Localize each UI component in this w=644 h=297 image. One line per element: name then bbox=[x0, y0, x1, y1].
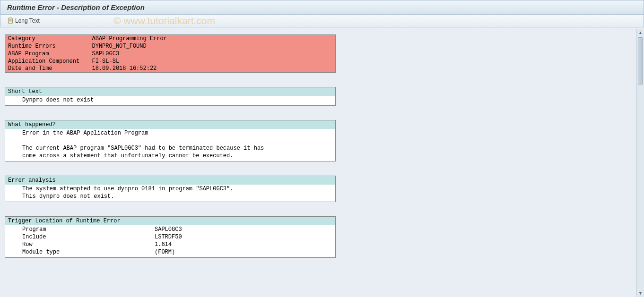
what-happened-header: What happened? bbox=[5, 120, 335, 129]
trigger-label: Include bbox=[22, 234, 155, 241]
section-line: This dynpro does not exist. bbox=[5, 193, 335, 201]
content-area: CategoryABAP Programming ErrorRuntime Er… bbox=[0, 29, 636, 297]
header-value: 18.09.2018 16:52:22 bbox=[89, 65, 336, 73]
table-row: CategoryABAP Programming Error bbox=[5, 35, 336, 42]
header-value: DYNPRO_NOT_FOUND bbox=[89, 42, 336, 50]
section-line: IncludeLSTRDF50 bbox=[5, 234, 335, 241]
error-analysis-header: Error analysis bbox=[5, 176, 335, 185]
header-label: Application Component bbox=[5, 58, 89, 65]
section-line bbox=[5, 137, 335, 145]
trigger-value: LSTRDF50 bbox=[155, 234, 332, 241]
header-value: FI-SL-SL bbox=[89, 58, 336, 65]
error-analysis-body: The system attempted to use dynpro 0181 … bbox=[5, 185, 335, 202]
header-label: Category bbox=[5, 35, 89, 42]
short-text-section: Short text Dynpro does not exist bbox=[5, 87, 336, 106]
scroll-icon bbox=[7, 17, 14, 24]
error-header-table: CategoryABAP Programming ErrorRuntime Er… bbox=[5, 34, 336, 73]
short-text-body: Dynpro does not exist bbox=[5, 96, 335, 105]
section-line: The current ABAP program "SAPL0GC3" had … bbox=[5, 145, 335, 153]
trigger-value: SAPL0GC3 bbox=[155, 226, 332, 234]
header-value: ABAP Programming Error bbox=[89, 35, 336, 42]
header-label: Runtime Errors bbox=[5, 42, 89, 50]
section-line: ProgramSAPL0GC3 bbox=[5, 226, 335, 234]
toolbar: Long Text bbox=[0, 15, 644, 27]
section-line: Row1.614 bbox=[5, 241, 335, 249]
section-line: The system attempted to use dynpro 0181 … bbox=[5, 186, 335, 193]
what-happened-body: Error in the ABAP Application ProgramThe… bbox=[5, 129, 335, 161]
trigger-label: Module type bbox=[22, 249, 155, 256]
page-title: Runtime Error - Description of Exception bbox=[7, 3, 145, 11]
trigger-value: 1.614 bbox=[155, 241, 332, 249]
header-label: ABAP Program bbox=[5, 50, 89, 58]
trigger-label: Row bbox=[22, 241, 155, 249]
what-happened-section: What happened? Error in the ABAP Applica… bbox=[5, 120, 336, 161]
header-label: Date and Time bbox=[5, 65, 89, 73]
vertical-scrollbar[interactable]: ▲ ▼ bbox=[636, 29, 644, 297]
section-line: come across a statement that unfortunate… bbox=[5, 153, 335, 160]
header-value: SAPL0GC3 bbox=[89, 50, 336, 58]
table-row: ABAP ProgramSAPL0GC3 bbox=[5, 50, 336, 58]
content-wrapper: CategoryABAP Programming ErrorRuntime Er… bbox=[0, 29, 644, 297]
scroll-down-arrow-icon[interactable]: ▼ bbox=[637, 289, 644, 297]
trigger-value: (FORM) bbox=[155, 249, 332, 256]
table-row: Application ComponentFI-SL-SL bbox=[5, 58, 336, 65]
trigger-location-section: Trigger Location of Runtime Error Progra… bbox=[5, 216, 336, 258]
scroll-thumb[interactable] bbox=[638, 37, 643, 85]
trigger-label: Program bbox=[22, 226, 155, 234]
section-line: Error in the ABAP Application Program bbox=[5, 130, 335, 137]
table-row: Runtime ErrorsDYNPRO_NOT_FOUND bbox=[5, 42, 336, 50]
section-line: Module type(FORM) bbox=[5, 249, 335, 256]
short-text-header: Short text bbox=[5, 87, 335, 96]
title-bar: Runtime Error - Description of Exception bbox=[0, 0, 644, 15]
trigger-location-body: ProgramSAPL0GC3IncludeLSTRDF50Row1.614Mo… bbox=[5, 225, 335, 257]
table-row: Date and Time18.09.2018 16:52:22 bbox=[5, 65, 336, 73]
trigger-location-header: Trigger Location of Runtime Error bbox=[5, 217, 335, 225]
error-analysis-section: Error analysis The system attempted to u… bbox=[5, 176, 336, 202]
section-line: Dynpro does not exist bbox=[5, 97, 335, 104]
scroll-up-arrow-icon[interactable]: ▲ bbox=[637, 29, 644, 36]
long-text-button[interactable]: Long Text bbox=[5, 17, 42, 25]
long-text-label: Long Text bbox=[15, 17, 40, 24]
